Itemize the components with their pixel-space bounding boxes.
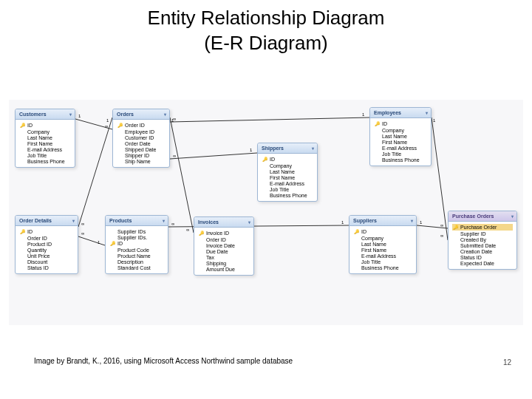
- svg-text:1: 1: [341, 220, 344, 225]
- svg-line-6: [170, 117, 369, 122]
- svg-line-3: [170, 153, 257, 159]
- page-number: 12: [503, 358, 511, 366]
- chevron-icon: ▾: [511, 214, 514, 219]
- svg-text:∞: ∞: [186, 228, 189, 232]
- table-header: Employees▾: [370, 108, 431, 118]
- chevron-icon: ▾: [426, 110, 428, 115]
- chevron-icon: ▾: [248, 219, 250, 225]
- table-products[interactable]: Products▾ Supplier IDs Supplier IDs. 🔑ID…: [105, 215, 168, 274]
- svg-text:∞: ∞: [171, 222, 174, 226]
- svg-text:∞: ∞: [105, 124, 108, 129]
- svg-text:1: 1: [420, 220, 423, 225]
- chevron-icon: ▾: [72, 218, 75, 223]
- table-header: Shippers▾: [258, 143, 317, 154]
- svg-text:1: 1: [98, 240, 100, 245]
- svg-text:∞: ∞: [440, 223, 443, 228]
- table-header: Order Details▾: [16, 216, 78, 226]
- chevron-icon: ▾: [312, 146, 314, 151]
- table-suppliers[interactable]: Suppliers▾ 🔑ID Company Last Name First N…: [349, 215, 417, 274]
- svg-line-12: [170, 117, 194, 233]
- table-header: Invoices▾: [194, 217, 253, 228]
- table-purchase-orders[interactable]: Purchase Orders▾ 🔑Purchase Order Supplie…: [448, 211, 517, 270]
- key-icon: 🔑: [374, 121, 380, 127]
- key-icon: 🔑: [117, 123, 123, 129]
- svg-line-21: [417, 225, 448, 228]
- table-header: Purchase Orders▾: [449, 211, 516, 222]
- svg-text:∞: ∞: [81, 231, 84, 236]
- chevron-icon: ▾: [163, 218, 165, 223]
- table-header: Suppliers▾: [349, 216, 416, 226]
- title-line1: Entity Relationship Diagram: [148, 7, 385, 29]
- svg-text:∞: ∞: [173, 154, 176, 158]
- table-header: Customers▾: [16, 109, 75, 120]
- table-employees[interactable]: Employees▾ 🔑ID Company Last Name First N…: [369, 107, 432, 166]
- svg-text:1: 1: [171, 118, 174, 123]
- table-shippers[interactable]: Shippers▾ 🔑ID Company Last Name First Na…: [257, 143, 318, 202]
- key-icon: 🔑: [19, 229, 25, 235]
- key-icon: 🔑: [109, 241, 115, 247]
- table-customers[interactable]: Customers▾ 🔑ID Company Last Name First N…: [15, 109, 75, 168]
- key-icon: 🔑: [452, 225, 458, 231]
- svg-text:1: 1: [78, 114, 81, 118]
- key-icon: 🔑: [198, 231, 204, 236]
- svg-line-24: [432, 117, 448, 240]
- title-line2: (E-R Diagram): [204, 32, 328, 54]
- chevron-icon: ▾: [164, 112, 166, 117]
- table-order-details[interactable]: Order Details▾ 🔑ID Order ID Product ID Q…: [15, 215, 78, 274]
- svg-text:∞: ∞: [173, 117, 176, 121]
- svg-text:1: 1: [250, 148, 253, 152]
- chevron-icon: ▾: [411, 218, 413, 223]
- key-icon: 🔑: [262, 157, 267, 163]
- svg-line-0: [75, 119, 112, 129]
- table-header: Orders▾: [113, 109, 169, 120]
- svg-text:1: 1: [433, 118, 436, 123]
- page-title: Entity Relationship Diagram (E-R Diagram…: [0, 0, 532, 56]
- key-icon: 🔑: [353, 229, 359, 235]
- table-invoices[interactable]: Invoices▾ 🔑Invoice ID Order ID Invoice D…: [194, 216, 254, 276]
- key-icon: 🔑: [19, 123, 25, 129]
- svg-text:1: 1: [106, 118, 109, 123]
- table-orders[interactable]: Orders▾ 🔑Order ID Employee ID Customer I…: [112, 109, 170, 168]
- er-diagram-canvas: 1 ∞ ∞ 1 ∞ 1 1 ∞ 1 ∞ ∞ 1 ∞ 1 1 ∞ 1 ∞ Cu: [9, 100, 523, 325]
- svg-line-9: [78, 117, 112, 227]
- svg-text:1: 1: [362, 112, 365, 117]
- relationship-lines: 1 ∞ ∞ 1 ∞ 1 1 ∞ 1 ∞ ∞ 1 ∞ 1 1 ∞ 1 ∞: [9, 100, 523, 325]
- table-header: Products▾: [106, 216, 168, 226]
- chevron-icon: ▾: [69, 112, 72, 117]
- svg-text:∞: ∞: [440, 233, 443, 238]
- image-credit: Image by Brandt, K., 2016, using Microso…: [34, 357, 293, 365]
- svg-text:∞: ∞: [81, 222, 84, 226]
- svg-line-15: [78, 236, 105, 245]
